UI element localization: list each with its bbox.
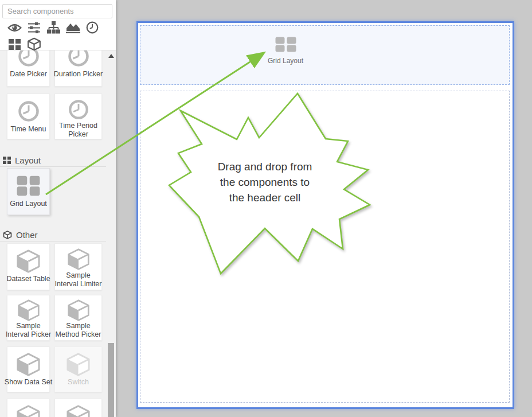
cube-icon (66, 299, 91, 321)
grid-icon (3, 157, 11, 164)
component-list: Date Picker Duration Picker Time Menu Ti… (0, 50, 116, 417)
component-tile-time-period-picker[interactable]: Time Period Picker (54, 93, 102, 139)
section-title: Other (16, 230, 38, 240)
grid-layout-icon (17, 173, 40, 199)
clock-icon (17, 50, 40, 69)
section-header-other: Other (0, 228, 106, 241)
cube-icon[interactable] (24, 37, 44, 51)
cube-icon (15, 351, 41, 377)
component-tile-time-menu[interactable]: Time Menu (7, 93, 50, 139)
section-title: Layout (15, 155, 41, 165)
eye-icon[interactable] (5, 21, 24, 34)
area-chart-icon[interactable] (63, 21, 83, 34)
palette-scrollbar[interactable] (107, 50, 115, 417)
component-tile-partial[interactable] (7, 399, 50, 417)
scroll-up-arrow-icon[interactable] (108, 54, 114, 58)
component-tile-switch: Switch (54, 346, 102, 392)
component-tile-duration-picker[interactable]: Duration Picker (54, 50, 102, 87)
component-tile-sample-interval-limiter[interactable]: Sample Interval Limiter (54, 243, 102, 290)
cube-icon (17, 299, 41, 321)
grid-layout-component[interactable]: Grid Layout (257, 37, 314, 65)
component-tile-date-picker[interactable]: Date Picker (7, 50, 50, 87)
clock-icon (67, 50, 90, 69)
palette-header (0, 0, 116, 50)
header-cell-dropzone[interactable]: Grid Layout (140, 25, 510, 85)
component-palette-sidebar: Date Picker Duration Picker Time Menu Ti… (0, 0, 116, 417)
component-tile-sample-interval-picker[interactable]: Sample Interval Picker (7, 295, 50, 341)
grid-layout-component-label: Grid Layout (268, 57, 303, 65)
cube-icon (3, 231, 12, 239)
search-input[interactable] (2, 4, 112, 18)
cube-icon (65, 403, 91, 417)
cube-icon (66, 248, 91, 271)
section-header-layout: Layout (0, 154, 106, 167)
body-cell-dropzone[interactable] (140, 91, 510, 403)
design-canvas: Grid Layout (136, 21, 514, 409)
clock-icon (17, 98, 40, 124)
component-tile-sample-method-picker[interactable]: Sample Method Picker (54, 295, 102, 341)
grid-icon[interactable] (5, 37, 24, 51)
component-tile-dataset-table[interactable]: Dataset Table (7, 243, 50, 290)
component-tile-show-data-set[interactable]: Show Data Set (7, 346, 50, 392)
sliders-icon[interactable] (24, 21, 44, 34)
scrollbar-thumb[interactable] (108, 343, 114, 417)
cube-icon (65, 351, 91, 377)
grid-layout-icon (275, 37, 296, 52)
component-tile-grid-layout[interactable]: Grid Layout (7, 168, 50, 215)
clock-icon[interactable] (83, 21, 102, 34)
clock-icon (68, 98, 89, 121)
cube-icon (15, 403, 41, 417)
hierarchy-icon[interactable] (44, 21, 63, 34)
component-tile-partial[interactable] (54, 399, 102, 417)
cube-icon (15, 248, 41, 274)
